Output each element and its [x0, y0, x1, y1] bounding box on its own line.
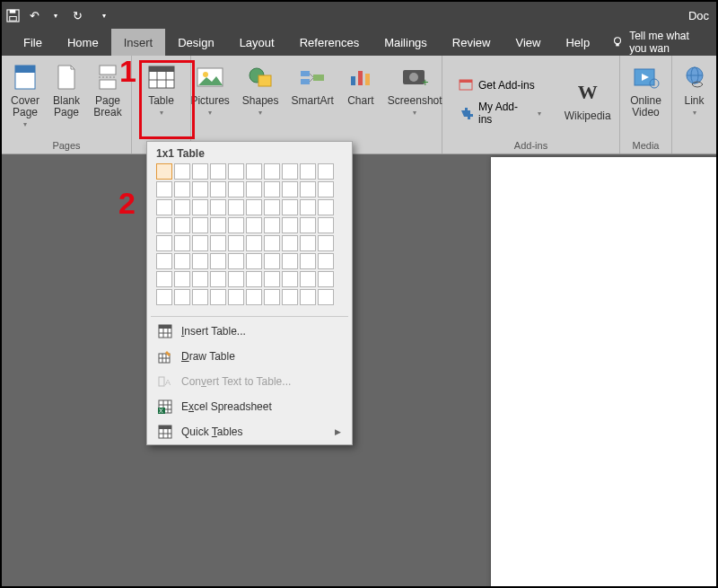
- grid-cell[interactable]: [192, 199, 208, 215]
- grid-cell[interactable]: [264, 289, 280, 305]
- grid-cell[interactable]: [318, 235, 334, 251]
- grid-cell[interactable]: [246, 163, 262, 180]
- grid-cell[interactable]: [282, 217, 298, 233]
- grid-cell[interactable]: [156, 163, 172, 180]
- undo-caret-icon[interactable]: ▾: [48, 8, 63, 22]
- grid-cell[interactable]: [282, 163, 298, 180]
- blank-page-button[interactable]: Blank Page: [47, 59, 86, 137]
- grid-cell[interactable]: [246, 181, 262, 197]
- grid-cell[interactable]: [318, 199, 334, 215]
- grid-cell[interactable]: [210, 217, 226, 233]
- grid-cell[interactable]: [318, 181, 334, 197]
- grid-cell[interactable]: [300, 163, 316, 180]
- redo-icon[interactable]: ↻: [70, 8, 84, 22]
- grid-cell[interactable]: [174, 163, 190, 180]
- grid-cell[interactable]: [228, 199, 244, 215]
- grid-cell[interactable]: [156, 289, 172, 305]
- tell-me-search[interactable]: Tell me what you wan: [602, 29, 716, 56]
- grid-cell[interactable]: [192, 235, 208, 251]
- smartart-button[interactable]: SmartArt: [286, 59, 339, 137]
- grid-cell[interactable]: [246, 271, 262, 287]
- grid-cell[interactable]: [156, 253, 172, 269]
- quick-tables-menuitem[interactable]: Quick Tables ▶: [147, 419, 352, 444]
- grid-cell[interactable]: [228, 235, 244, 251]
- grid-cell[interactable]: [156, 271, 172, 287]
- tab-insert[interactable]: Insert: [111, 29, 166, 56]
- grid-cell[interactable]: [174, 181, 190, 197]
- grid-cell[interactable]: [300, 271, 316, 287]
- tab-mailings[interactable]: Mailings: [372, 29, 440, 56]
- grid-cell[interactable]: [210, 289, 226, 305]
- grid-cell[interactable]: [300, 181, 316, 197]
- grid-cell[interactable]: [282, 253, 298, 269]
- page-break-button[interactable]: Page Break: [88, 59, 127, 137]
- grid-cell[interactable]: [228, 181, 244, 197]
- grid-cell[interactable]: [282, 235, 298, 251]
- grid-cell[interactable]: [246, 217, 262, 233]
- grid-cell[interactable]: [192, 253, 208, 269]
- grid-cell[interactable]: [246, 289, 262, 305]
- link-button[interactable]: Link ▾: [675, 59, 714, 137]
- grid-cell[interactable]: [246, 235, 262, 251]
- my-addins-button[interactable]: My Add-ins ▾: [451, 99, 548, 127]
- grid-cell[interactable]: [264, 181, 280, 197]
- table-button[interactable]: Table ▾: [136, 59, 187, 137]
- grid-cell[interactable]: [246, 253, 262, 269]
- tab-review[interactable]: Review: [440, 29, 503, 56]
- document-page[interactable]: [491, 157, 718, 588]
- grid-cell[interactable]: [318, 253, 334, 269]
- shapes-button[interactable]: Shapes ▾: [237, 59, 285, 137]
- grid-cell[interactable]: [156, 199, 172, 215]
- grid-cell[interactable]: [210, 271, 226, 287]
- screenshot-button[interactable]: + Screenshot ▾: [382, 59, 448, 137]
- grid-cell[interactable]: [264, 235, 280, 251]
- tab-home[interactable]: Home: [55, 29, 111, 56]
- grid-cell[interactable]: [210, 199, 226, 215]
- grid-cell[interactable]: [318, 217, 334, 233]
- tab-design[interactable]: Design: [165, 29, 226, 56]
- grid-cell[interactable]: [210, 253, 226, 269]
- tab-references[interactable]: References: [287, 29, 372, 56]
- tab-help[interactable]: Help: [553, 29, 602, 56]
- grid-cell[interactable]: [264, 199, 280, 215]
- table-size-grid[interactable]: [147, 163, 352, 314]
- grid-cell[interactable]: [300, 253, 316, 269]
- grid-cell[interactable]: [192, 289, 208, 305]
- tab-file[interactable]: File: [11, 29, 55, 56]
- draw-table-menuitem[interactable]: Draw Table: [147, 344, 352, 369]
- grid-cell[interactable]: [318, 289, 334, 305]
- get-addins-button[interactable]: Get Add-ins: [451, 75, 548, 95]
- grid-cell[interactable]: [264, 163, 280, 180]
- grid-cell[interactable]: [210, 235, 226, 251]
- save-icon[interactable]: [5, 8, 20, 22]
- insert-table-menuitem[interactable]: Insert Table...: [147, 319, 352, 344]
- grid-cell[interactable]: [174, 289, 190, 305]
- grid-cell[interactable]: [282, 271, 298, 287]
- grid-cell[interactable]: [228, 253, 244, 269]
- grid-cell[interactable]: [282, 289, 298, 305]
- excel-spreadsheet-menuitem[interactable]: X Excel Spreadsheet: [147, 394, 352, 419]
- grid-cell[interactable]: [264, 253, 280, 269]
- grid-cell[interactable]: [192, 181, 208, 197]
- grid-cell[interactable]: [210, 163, 226, 180]
- grid-cell[interactable]: [300, 199, 316, 215]
- grid-cell[interactable]: [192, 271, 208, 287]
- grid-cell[interactable]: [174, 253, 190, 269]
- grid-cell[interactable]: [192, 217, 208, 233]
- online-video-button[interactable]: Online Video: [625, 59, 667, 137]
- undo-icon[interactable]: ↶: [27, 8, 41, 22]
- cover-page-button[interactable]: Cover Page ▾: [5, 59, 45, 137]
- grid-cell[interactable]: [156, 235, 172, 251]
- grid-cell[interactable]: [228, 289, 244, 305]
- grid-cell[interactable]: [318, 163, 334, 180]
- grid-cell[interactable]: [246, 199, 262, 215]
- grid-cell[interactable]: [228, 163, 244, 180]
- pictures-button[interactable]: Pictures ▾: [185, 59, 234, 137]
- tab-layout[interactable]: Layout: [227, 29, 287, 56]
- grid-cell[interactable]: [264, 217, 280, 233]
- grid-cell[interactable]: [192, 163, 208, 180]
- grid-cell[interactable]: [300, 217, 316, 233]
- grid-cell[interactable]: [228, 271, 244, 287]
- grid-cell[interactable]: [318, 271, 334, 287]
- grid-cell[interactable]: [174, 235, 190, 251]
